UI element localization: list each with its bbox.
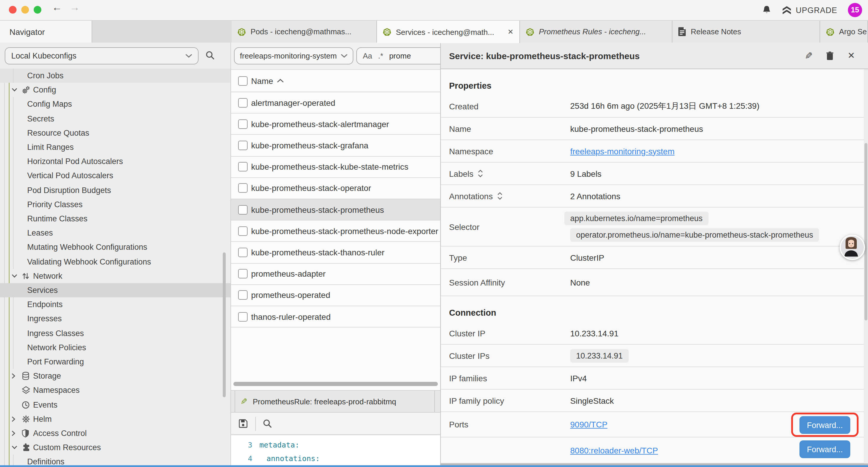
horizontal-scrollbar[interactable] [234, 382, 438, 386]
row-checkbox[interactable] [238, 141, 248, 150]
row-checkbox[interactable] [238, 205, 248, 214]
delete-trash-icon[interactable] [826, 51, 834, 60]
sidebar-item-endpoints[interactable]: Endpoints [0, 297, 230, 312]
match-case-icon[interactable]: Aa [363, 52, 372, 60]
port-link[interactable]: 8080:reloader-web/TCP [570, 445, 658, 455]
service-detail-panel: Service: kube-prometheus-stack-prometheu… [440, 42, 868, 467]
sidebar-item-limit-ranges[interactable]: Limit Ranges [0, 140, 230, 154]
tab-pods-icecheng-mathmas-[interactable]: Pods - icecheng@mathmas... [231, 21, 377, 42]
chevron-right-icon[interactable] [12, 416, 16, 422]
sidebar-item-secrets[interactable]: Secrets [0, 111, 230, 126]
chevron-right-icon[interactable] [12, 431, 16, 436]
chevron-down-icon[interactable] [12, 446, 17, 449]
forward-button[interactable]: Forward... [800, 416, 850, 434]
table-row[interactable]: kube-prometheus-stack-prometheus-node-ex… [231, 221, 440, 242]
table-row[interactable]: kube-prometheus-stack-operator [231, 178, 440, 199]
edit-pencil-icon[interactable]: ✎ [805, 50, 813, 61]
table-row[interactable]: kube-prometheus-stack-prometheus [231, 199, 440, 221]
sidebar-item-port-forwarding[interactable]: Port Forwarding [0, 355, 230, 369]
chevron-down-icon[interactable] [12, 274, 17, 278]
table-row[interactable]: alertmanager-operated [231, 92, 440, 114]
column-header-name[interactable]: Name [251, 76, 284, 85]
table-row[interactable]: thanos-ruler-operated [231, 306, 440, 327]
sidebar-item-helm[interactable]: Helm [0, 412, 230, 426]
row-checkbox[interactable] [238, 291, 248, 300]
back-button[interactable]: ← [52, 2, 62, 13]
close-tab-icon[interactable]: ✕ [504, 28, 514, 36]
helm-icon [22, 415, 30, 423]
sidebar-item-leases[interactable]: Leases [0, 226, 230, 240]
sidebar-item-config-maps[interactable]: Config Maps [0, 97, 230, 111]
notifications-bell-icon[interactable] [762, 5, 771, 15]
list-search-input[interactable]: Aa .* prome [356, 47, 440, 64]
sidebar-item-namespaces[interactable]: Namespaces [0, 383, 230, 398]
sidebar-item-vertical-pod-autoscalers[interactable]: Vertical Pod Autoscalers [0, 169, 230, 183]
forward-button[interactable]: Forward... [800, 440, 850, 458]
sidebar-item-custom-resources[interactable]: Custom Resources [0, 440, 230, 455]
sidebar-item-validating-webhook-configurations[interactable]: Validating Webhook Configurations [0, 255, 230, 269]
table-row[interactable]: kube-prometheus-stack-kube-state-metrics [231, 156, 440, 178]
sidebar-item-config[interactable]: Config [0, 83, 230, 97]
sidebar-item-services[interactable]: Services [0, 283, 230, 297]
sidebar-scrollbar[interactable] [223, 253, 226, 397]
regex-icon[interactable]: .* [378, 52, 383, 60]
sidebar-item-label: Endpoints [27, 300, 63, 309]
tab-navigator[interactable]: Navigator [0, 21, 92, 42]
sidebar-item-resource-quotas[interactable]: Resource Quotas [0, 126, 230, 140]
editor-tab-next-partial[interactable]: ✎ [436, 391, 440, 412]
zoom-window-button[interactable] [34, 6, 41, 13]
sidebar-item-runtime-classes[interactable]: Runtime Classes [0, 212, 230, 226]
namespace-link[interactable]: freeleaps-monitoring-system [570, 146, 675, 156]
chevron-down-icon[interactable] [12, 88, 17, 92]
editor-search-icon[interactable] [263, 419, 272, 428]
table-row[interactable]: prometheus-operated [231, 285, 440, 306]
notification-count-badge[interactable]: 15 [848, 3, 862, 17]
sidebar-item-network-policies[interactable]: Network Policies [0, 341, 230, 355]
port-link[interactable]: 9090/TCP [570, 420, 608, 429]
row-checkbox[interactable] [238, 162, 248, 171]
table-row[interactable]: kube-prometheus-stack-thanos-ruler [231, 242, 440, 263]
sidebar-item-ingresses[interactable]: Ingresses [0, 312, 230, 326]
sidebar-item-mutating-webhook-configurations[interactable]: Mutating Webhook Configurations [0, 240, 230, 255]
sidebar-search-icon[interactable] [206, 51, 215, 60]
row-checkbox[interactable] [238, 183, 248, 193]
sidebar-item-access-control[interactable]: Access Control [0, 426, 230, 440]
yaml-editor[interactable]: 116","for":"1m","labels":{"service":"12M… [231, 435, 440, 465]
sidebar-item-priority-classes[interactable]: Priority Classes [0, 198, 230, 212]
select-all-checkbox[interactable] [238, 76, 248, 85]
close-icon[interactable]: ✕ [848, 50, 855, 61]
table-row[interactable]: kube-prometheus-stack-grafana [231, 135, 440, 156]
sidebar-item-storage[interactable]: Storage [0, 369, 230, 383]
table-row[interactable]: prometheus-adapter [231, 263, 440, 285]
row-checkbox[interactable] [238, 98, 248, 107]
namespace-select[interactable]: freeleaps-monitoring-system [234, 47, 353, 64]
close-window-button[interactable] [9, 6, 17, 13]
sidebar-item-cron-jobs[interactable]: Cron Jobs [0, 68, 230, 83]
chevron-right-icon[interactable] [12, 374, 16, 379]
row-checkbox[interactable] [238, 312, 248, 321]
sidebar-item-pod-disruption-budgets[interactable]: Pod Disruption Budgets [0, 183, 230, 197]
upgrade-button[interactable]: UPGRADE [781, 6, 837, 14]
tab-release-notes[interactable]: Release Notes [673, 21, 820, 42]
row-checkbox[interactable] [238, 248, 248, 257]
sort-icon[interactable] [478, 170, 483, 177]
row-checkbox[interactable] [238, 269, 248, 279]
sidebar-item-events[interactable]: Events [0, 398, 230, 412]
tab-services-icecheng-math-[interactable]: Services - icecheng@math...✕ [377, 21, 520, 43]
detail-scrollbar[interactable] [864, 143, 867, 320]
sort-icon[interactable] [498, 192, 502, 200]
tab-prometheus-rules-icecheng-[interactable]: Prometheus Rules - icecheng... [520, 21, 673, 42]
tab-argo-se[interactable]: Argo Se [820, 21, 868, 42]
row-checkbox[interactable] [238, 226, 248, 236]
sidebar-item-horizontal-pod-autoscalers[interactable]: Horizontal Pod Autoscalers [0, 154, 230, 169]
save-icon[interactable] [239, 419, 248, 428]
kubeconfig-select[interactable]: Local Kubeconfigs [5, 47, 198, 64]
sidebar-item-ingress-classes[interactable]: Ingress Classes [0, 326, 230, 340]
minimize-window-button[interactable] [21, 6, 29, 13]
user-avatar[interactable] [840, 235, 865, 260]
sidebar-item-network[interactable]: Network [0, 269, 230, 283]
table-row[interactable]: kube-prometheus-stack-alertmanager [231, 114, 440, 135]
editor-tab-prometheusrule[interactable]: ✎ PrometheusRule: freeleaps-prod-rabbitm… [235, 391, 435, 412]
row-checkbox[interactable] [238, 119, 248, 129]
forward-button[interactable]: → [70, 2, 80, 13]
